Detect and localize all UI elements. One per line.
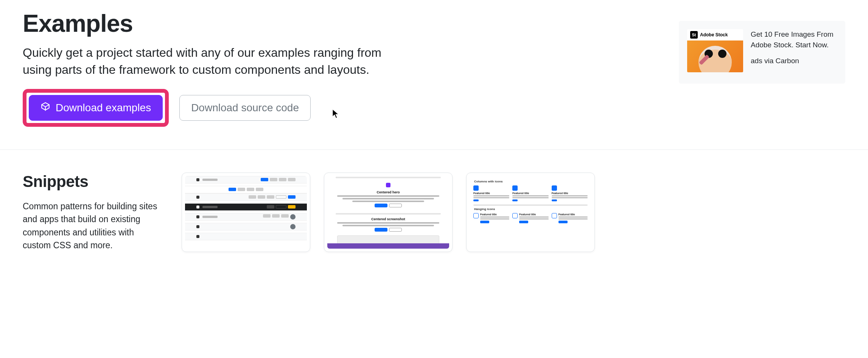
features-heading-2: Hanging icons — [474, 207, 588, 211]
box-icon — [40, 101, 50, 114]
download-buttons: Download examples Download source code — [23, 89, 401, 127]
adobe-stock-label: Adobe Stock — [700, 32, 728, 37]
carbon-ad[interactable]: St Adobe Stock Get 10 Free Images From A… — [679, 21, 845, 84]
page-title: Examples — [23, 9, 401, 37]
hero-mini-heading-2: Centered screenshot — [337, 217, 439, 221]
download-examples-button[interactable]: Download examples — [29, 95, 163, 121]
snippets-title: Snippets — [23, 173, 159, 191]
download-source-label: Download source code — [191, 102, 299, 114]
snippets-lead: Common patterns for building sites and a… — [23, 200, 159, 252]
features-heading-1: Columns with icons — [474, 180, 588, 183]
snippet-card-heroes[interactable]: Centered hero Centered screenshot — [324, 173, 453, 252]
snippet-card-headers[interactable] — [182, 173, 310, 252]
snippet-card-features[interactable]: Columns with icons Featured title Featur… — [466, 173, 595, 252]
ad-image: St Adobe Stock — [687, 29, 743, 72]
adobe-stock-badge: St — [690, 31, 698, 39]
ad-text: Get 10 Free Images From Adobe Stock. Sta… — [751, 29, 837, 50]
snippet-cards: Centered hero Centered screenshot — [182, 173, 845, 252]
download-examples-label: Download examples — [56, 102, 151, 114]
hero-mini-heading-1: Centered hero — [337, 190, 439, 194]
page-lead: Quickly get a project started with any o… — [23, 44, 401, 78]
download-examples-highlight: Download examples — [23, 89, 169, 127]
download-source-button[interactable]: Download source code — [179, 95, 311, 121]
ad-attribution: ads via Carbon — [751, 57, 837, 65]
